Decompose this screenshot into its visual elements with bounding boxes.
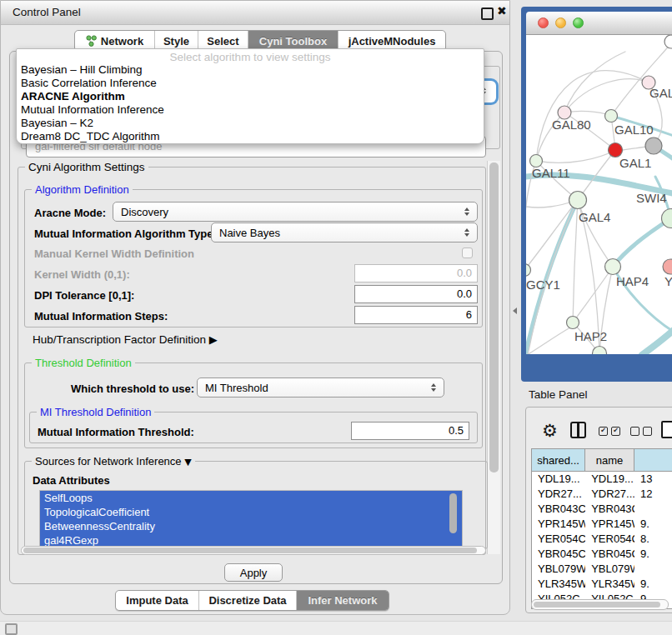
- network-edge[interactable]: [536, 150, 615, 162]
- settings-scrollbar-thumb[interactable]: [489, 162, 499, 472]
- docked-panel-icon[interactable]: [5, 623, 18, 635]
- checked-checkbox-icon[interactable]: ✔: [611, 427, 620, 436]
- column-header-extra[interactable]: [634, 449, 672, 471]
- unchecked-checkbox-icon[interactable]: [630, 427, 639, 436]
- dpi-tolerance-field[interactable]: 0.0: [354, 285, 478, 303]
- table-cell[interactable]: YDR27...: [585, 487, 634, 502]
- tab-impute-data[interactable]: Impute Data: [116, 591, 199, 610]
- table-hscrollbar-thumb[interactable]: [534, 602, 660, 608]
- split-columns-icon[interactable]: [570, 422, 586, 438]
- table-row[interactable]: YDL19...YDL19...13: [532, 472, 672, 487]
- mi-threshold-field[interactable]: 0.5: [351, 422, 469, 440]
- table-cell[interactable]: 9.: [634, 577, 672, 592]
- table-cell[interactable]: 13: [634, 472, 672, 487]
- checked-checkbox-icon[interactable]: ✔: [599, 427, 608, 436]
- table-cell[interactable]: 9.: [634, 517, 672, 532]
- column-header-shared[interactable]: shared...: [532, 449, 585, 471]
- table-cell[interactable]: YBL079W: [532, 562, 585, 577]
- data-attributes-list[interactable]: SelfLoopsTopologicalCoefficientBetweenne…: [39, 490, 463, 548]
- table-cell[interactable]: YLR345W: [532, 577, 585, 592]
- network-edge[interactable]: [613, 218, 671, 267]
- node-top-right[interactable]: [664, 35, 672, 48]
- network-edge[interactable]: [564, 52, 625, 112]
- manual-kernel-checkbox[interactable]: [462, 248, 473, 258]
- attributes-scrollbar-thumb[interactable]: [449, 493, 457, 533]
- node-gal1[interactable]: [609, 143, 623, 158]
- tab-discretize-data[interactable]: Discretize Data: [199, 591, 297, 610]
- network-canvas[interactable]: GALGAL80GAL10GAL1GAL11GAL4SWI4GCY1HAP4YH…: [526, 35, 672, 354]
- node-gal4[interactable]: [569, 192, 587, 209]
- algorithm-popup: Select algorithm to view settings Bayesi…: [16, 48, 484, 144]
- which-threshold-select[interactable]: MI Threshold: [197, 378, 444, 398]
- table-row[interactable]: YLR345WYLR345W9.: [532, 577, 672, 592]
- table-hscrollbar[interactable]: [531, 599, 669, 610]
- node-gray[interactable]: [645, 138, 662, 154]
- mi-type-select[interactable]: Naive Bayes: [211, 222, 478, 242]
- table-cell[interactable]: YBL079W: [585, 562, 634, 577]
- table-cell[interactable]: YBR043C: [585, 502, 634, 517]
- kernel-width-field[interactable]: 0.0: [354, 264, 478, 282]
- table-cell[interactable]: [634, 562, 672, 577]
- attribute-list-item[interactable]: TopologicalCoefficient: [40, 505, 462, 519]
- settings-hscrollbar-thumb[interactable]: [23, 548, 477, 553]
- document-icon[interactable]: [661, 421, 672, 438]
- tab-infer-network[interactable]: Infer Network: [297, 591, 389, 610]
- table-cell[interactable]: YBR045C: [585, 547, 634, 562]
- algorithm-option[interactable]: Dream8 DC_TDC Algorithm: [17, 130, 484, 143]
- splitter-handle[interactable]: [513, 308, 517, 314]
- table-cell[interactable]: YER054C: [585, 532, 634, 547]
- network-edge[interactable]: [642, 330, 672, 354]
- table-row[interactable]: YER054CYER054C8.: [532, 532, 672, 547]
- table-cell[interactable]: YDL19...: [585, 472, 634, 487]
- algorithm-option[interactable]: Bayesian – Hill Climbing: [17, 63, 484, 77]
- algorithm-option[interactable]: Mutual Information Inference: [17, 103, 484, 117]
- mi-steps-field[interactable]: 6: [354, 306, 478, 324]
- attribute-list-item[interactable]: BetweennessCentrality: [40, 519, 462, 533]
- table-cell[interactable]: YLR345W: [585, 577, 634, 592]
- float-window-icon[interactable]: [481, 8, 494, 20]
- close-icon[interactable]: ✖: [497, 4, 507, 18]
- algorithm-option[interactable]: Basic Correlation Inference: [17, 77, 484, 90]
- network-window-titlebar[interactable]: [526, 12, 672, 35]
- aracne-mode-select[interactable]: Discovery: [113, 202, 478, 222]
- table-cell[interactable]: 8.: [634, 532, 672, 547]
- hub-definition-toggle[interactable]: Hub/Transcription Factor Definition ▶: [33, 333, 218, 346]
- table-row[interactable]: YPR145WYPR145W9.: [532, 517, 672, 532]
- attribute-list-item[interactable]: SelfLoops: [40, 491, 462, 505]
- node-salmon[interactable]: [663, 259, 672, 274]
- network-edge[interactable]: [536, 71, 649, 161]
- apply-button[interactable]: Apply: [224, 563, 283, 582]
- node-hap2[interactable]: [567, 317, 579, 329]
- close-traffic-icon[interactable]: [538, 18, 549, 28]
- table-cell[interactable]: [634, 502, 672, 517]
- table-cell[interactable]: YBR043C: [532, 502, 585, 517]
- table-row[interactable]: YBR043CYBR043C: [532, 502, 672, 517]
- table-row[interactable]: YBL079WYBL079W: [532, 562, 672, 577]
- table-cell[interactable]: YPR145W: [532, 517, 585, 532]
- table-cell[interactable]: YER054C: [532, 532, 585, 547]
- gear-icon[interactable]: ⚙: [542, 422, 558, 440]
- algorithm-option[interactable]: ARACNE Algorithm: [17, 90, 484, 103]
- minimize-traffic-icon[interactable]: [555, 18, 566, 28]
- table-cell[interactable]: 12: [634, 487, 672, 502]
- node-hap4[interactable]: [605, 259, 621, 275]
- node-table[interactable]: shared... name YDL19...YDL19...13YDR27..…: [531, 448, 672, 609]
- table-cell[interactable]: YPR145W: [585, 517, 634, 532]
- table-cell[interactable]: 9.: [634, 547, 672, 562]
- settings-scrollbar[interactable]: [487, 161, 500, 554]
- table-cell[interactable]: YDR27...: [532, 487, 585, 502]
- settings-hscrollbar[interactable]: [21, 546, 486, 555]
- collapse-arrow-icon[interactable]: ▼: [184, 457, 191, 468]
- column-header-name[interactable]: name: [585, 449, 634, 471]
- table-cell[interactable]: YDL19...: [532, 472, 585, 487]
- unchecked-checkbox-icon[interactable]: [643, 427, 652, 436]
- node-gal10[interactable]: [605, 110, 618, 122]
- network-edge[interactable]: [527, 328, 570, 354]
- table-row[interactable]: YBR045CYBR045C9.: [532, 547, 672, 562]
- zoom-traffic-icon[interactable]: [573, 18, 584, 28]
- node-gcy1[interactable]: [526, 264, 531, 277]
- network-edge[interactable]: [573, 200, 578, 322]
- algorithm-option[interactable]: Bayesian – K2: [17, 117, 484, 130]
- table-row[interactable]: YDR27...YDR27...12: [532, 487, 672, 502]
- table-cell[interactable]: YBR045C: [532, 547, 585, 562]
